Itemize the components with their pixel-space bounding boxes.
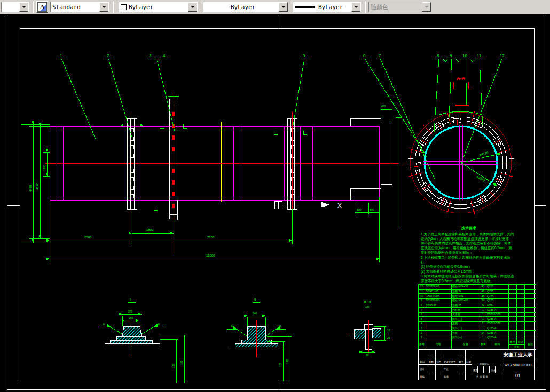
bom-cell-no: 7 — [419, 308, 425, 313]
bom-cell-material: Q235-A — [486, 326, 509, 331]
bom-cell-remark — [525, 303, 536, 308]
bom-cell-material: Q235 — [486, 298, 509, 303]
tb-label-doc: 更改文件号 — [444, 360, 456, 363]
bom-header: 序号 代号 名称 数量 材料 单件 总计 备注 重量 — [419, 340, 536, 349]
section-label-text: A-A — [457, 76, 465, 81]
bom-cell-no: 1 — [419, 335, 425, 340]
bom-cell-remark — [525, 331, 536, 335]
bom-row: 12GB5782-86螺栓 M24×9048Q235 — [419, 285, 536, 290]
notes-lines: 1 为了防止筒体在运输和装配中变形，筒体内须加支撑，其间 距约为3m；大齿圈与轮… — [421, 232, 517, 284]
bom-cell-no: 3 — [419, 326, 425, 331]
tb-label-process: 工艺 — [444, 367, 449, 371]
detail2-dim-r2: 180 — [286, 359, 289, 364]
riding-ring-2 — [274, 112, 307, 244]
tb-label-zone: 分区 — [436, 360, 442, 363]
bom-row: 8GB93-87垫圈 202465Mn — [419, 303, 536, 308]
detail1-dim-r1: 120 — [172, 363, 175, 368]
balloon-10: 10 — [462, 53, 467, 58]
detail1-weld-left: 8 — [103, 323, 105, 326]
tb-label-sign: 签字 — [459, 361, 464, 363]
bom-cell-name: 螺母 M24 — [452, 294, 480, 299]
detail2-weld-left: 8 — [231, 325, 233, 328]
tb-label-check: 校核 — [420, 375, 425, 378]
bom-cell-qty: 24 — [480, 303, 486, 308]
bom-header-material: 材料 — [486, 340, 509, 349]
bom-cell-t — [517, 298, 525, 303]
detail2-weld-right: 8 — [279, 325, 281, 328]
dim-right-b2: 390 — [370, 208, 374, 211]
bom-header-remark: 备注 — [525, 340, 536, 349]
dim-circle-2: φ3870 — [476, 175, 485, 183]
dim-ring-to-gear: 1800 — [146, 228, 154, 231]
tb-label-approve: 批准 — [443, 375, 449, 378]
note-line: 直线度公差为4mm，用拉钢丝法检验，钢丝直径0.5mm，测 — [421, 246, 517, 251]
bom-cell-code — [425, 331, 452, 335]
bom-cell-name: 筒节(三) — [452, 317, 480, 322]
bom-cell-name: 挡料圈 — [452, 308, 480, 313]
technical-notes: 技术要求 1 为了防止筒体在运输和装配中变形，筒体内须加支撑，其间 距约为3m；… — [421, 226, 517, 284]
bom-cell-qty: 48 — [480, 289, 486, 294]
tb-label-mark: 标记 — [419, 360, 425, 364]
bom-cell-material: Q235-A — [486, 331, 509, 335]
drum-yellow-seam — [221, 122, 223, 202]
dim-right-b1: 500 — [357, 208, 362, 211]
bom-cell-t — [517, 303, 525, 308]
bom-cell-u — [509, 303, 517, 308]
bom-cell-remark — [525, 326, 536, 331]
bom-cell-t — [517, 308, 525, 313]
bom-cell-code — [425, 335, 452, 340]
bom-cell-t — [517, 317, 525, 322]
bom-cell-t — [517, 335, 525, 340]
bom-cell-t — [517, 322, 525, 326]
bom-cell-qty: 48 — [480, 285, 486, 290]
bom-cell-no: 4 — [419, 322, 425, 326]
ucs-icon: X — [274, 201, 342, 210]
bom-cell-remark — [525, 312, 536, 317]
bom-cell-name: 垫板 — [452, 331, 480, 335]
bom-cell-name: 垫圈 20 — [452, 303, 480, 308]
bom-cell-material: ZG310-570 — [486, 322, 509, 326]
ucs-x-label: X — [337, 202, 342, 210]
dim-dia-shell: 4170 — [36, 182, 39, 190]
dim-left-overhang: 2500 — [84, 236, 92, 239]
bom-cell-remark — [525, 294, 536, 299]
tb-label-date: 日期 — [466, 361, 472, 363]
tb-label-stage: 阶段标记 — [480, 362, 490, 366]
dimensions-left: 4470 4170 1360 — [21, 124, 50, 243]
balloon-8: 8 — [437, 53, 439, 58]
title-block: 标记 处数 分区 更改文件号 签字 日期 设计 校核 工艺 批准 阶段标记 重量… — [418, 349, 536, 380]
detail1-label: Ⅰ — [130, 298, 131, 301]
bom-cell-no: 10 — [419, 294, 425, 299]
bom-cell-material: Q235 — [486, 294, 509, 299]
note-line: 2 上述检验项目中轮带和大齿圈处的径向跳动按下列要求执行： — [421, 255, 517, 265]
bom-cell-material: ZG310-570 — [486, 312, 509, 317]
detail2-dim-top: 340 — [253, 311, 257, 315]
bom-row: 1筒节(一)1Q235-A — [419, 335, 536, 340]
bom-cell-u — [509, 312, 517, 317]
bom-row: 6大齿圈1ZG310-570 — [419, 312, 536, 317]
bom-cell-u — [509, 298, 517, 303]
bom-cell-no: 11 — [419, 289, 425, 294]
drum-discharge-end — [350, 118, 392, 200]
bom-header-no: 序号 — [419, 340, 425, 349]
bom-cell-u — [509, 294, 517, 299]
balloon-4: 4 — [163, 53, 166, 58]
bom-cell-remark — [525, 285, 536, 290]
bom-cell-u — [509, 322, 517, 326]
bom-cell-qty: 2 — [480, 322, 486, 326]
dim-circle-1: φ4170 — [479, 151, 489, 156]
bom-header-weight: 重量 — [509, 345, 525, 349]
dim-dia-inner: 1360 — [43, 165, 46, 171]
dim-dia-outer: 4470 — [29, 185, 32, 192]
bom-cell-code — [425, 326, 452, 331]
balloon-7: 7 — [379, 53, 381, 58]
bom-cell-code — [425, 312, 452, 317]
bom-cell-remark — [525, 322, 536, 326]
bom-cell-u — [509, 289, 517, 294]
bom-rows: 12GB5782-86螺栓 M24×9048Q23511GB97.1-85垫圈 … — [419, 285, 536, 340]
bom-cell-name: 滚圈 — [452, 322, 480, 326]
detail3-dim-r1: 10 — [387, 329, 390, 332]
tb-label-scale: 比例 — [491, 369, 497, 372]
bom-cell-code: GB5782-86 — [425, 298, 452, 303]
bom-cell-no: 8 — [419, 303, 425, 308]
